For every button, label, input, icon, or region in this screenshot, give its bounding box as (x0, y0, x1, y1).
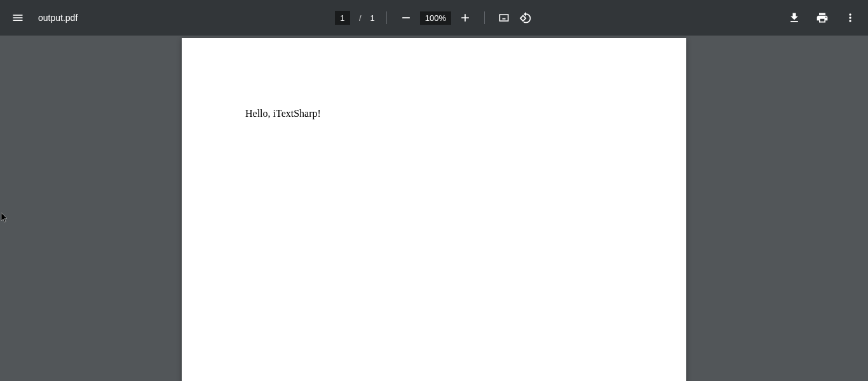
plus-icon (459, 11, 471, 24)
toolbar-center: / 1 100% (335, 10, 533, 25)
toolbar-left: output.pdf (10, 10, 335, 25)
fit-page-icon (498, 11, 510, 24)
download-icon (788, 11, 801, 24)
document-filename: output.pdf (38, 13, 78, 23)
print-button[interactable] (815, 10, 830, 25)
toolbar-right (533, 10, 858, 25)
page-separator: / (359, 13, 362, 23)
hamburger-icon (11, 11, 24, 24)
divider (484, 11, 485, 24)
rotate-button[interactable] (518, 10, 533, 25)
minus-icon (400, 11, 412, 24)
divider (386, 11, 387, 24)
pdf-viewport[interactable]: Hello, iTextSharp! (0, 36, 868, 381)
pdf-content-text: Hello, iTextSharp! (245, 108, 623, 119)
download-button[interactable] (787, 10, 802, 25)
zoom-level-display[interactable]: 100% (420, 11, 451, 25)
more-options-button[interactable] (843, 10, 858, 25)
rotate-icon (519, 11, 532, 24)
menu-button[interactable] (10, 10, 25, 25)
pdf-toolbar: output.pdf / 1 100% (0, 0, 868, 36)
page-number-input[interactable] (335, 11, 350, 25)
print-icon (816, 11, 829, 24)
fit-page-button[interactable] (496, 10, 512, 25)
zoom-out-button[interactable] (398, 10, 414, 25)
page-wrapper: Hello, iTextSharp! (0, 36, 868, 381)
page-total: 1 (370, 13, 375, 23)
zoom-in-button[interactable] (458, 10, 473, 25)
pdf-page-1: Hello, iTextSharp! (182, 38, 686, 381)
more-vertical-icon (844, 11, 857, 24)
